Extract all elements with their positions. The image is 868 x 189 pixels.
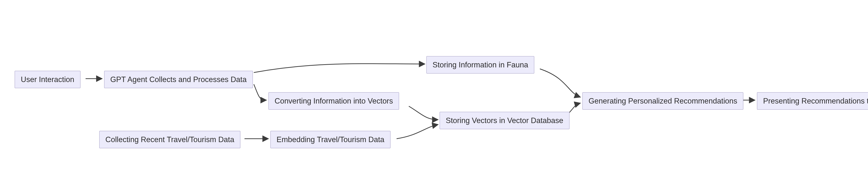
node-gpt-agent: GPT Agent Collects and Processes Data	[104, 71, 253, 88]
node-storing-vector-db: Storing Vectors in Vector Database	[440, 112, 569, 129]
node-label: Converting Information into Vectors	[275, 97, 393, 106]
node-label: Storing Vectors in Vector Database	[446, 116, 563, 125]
edge-G-E	[397, 124, 438, 139]
node-storing-fauna: Storing Information in Fauna	[427, 56, 534, 74]
edge-B-D	[254, 84, 267, 100]
edge-D-E	[409, 106, 438, 120]
node-collecting-travel-data: Collecting Recent Travel/Tourism Data	[99, 131, 240, 148]
node-label: GPT Agent Collects and Processes Data	[110, 75, 247, 84]
edge-C-H	[540, 69, 581, 97]
node-label: Collecting Recent Travel/Tourism Data	[105, 135, 234, 144]
node-generating-recommendations: Generating Personalized Recommendations	[582, 92, 743, 110]
node-label: Embedding Travel/Tourism Data	[277, 135, 384, 144]
node-label: Presenting Recommendations to User	[763, 97, 868, 106]
edge-B-C	[254, 64, 425, 73]
node-embedding-travel-data: Embedding Travel/Tourism Data	[271, 131, 391, 148]
node-label: Storing Information in Fauna	[433, 60, 528, 69]
node-user-interaction: User Interaction	[15, 71, 81, 88]
node-converting-vectors: Converting Information into Vectors	[269, 92, 399, 110]
node-label: Generating Personalized Recommendations	[589, 97, 737, 106]
flowchart-canvas: User Interaction GPT Agent Collects and …	[0, 0, 868, 189]
node-presenting-recommendations: Presenting Recommendations to User	[757, 92, 868, 110]
node-label: User Interaction	[21, 75, 74, 84]
